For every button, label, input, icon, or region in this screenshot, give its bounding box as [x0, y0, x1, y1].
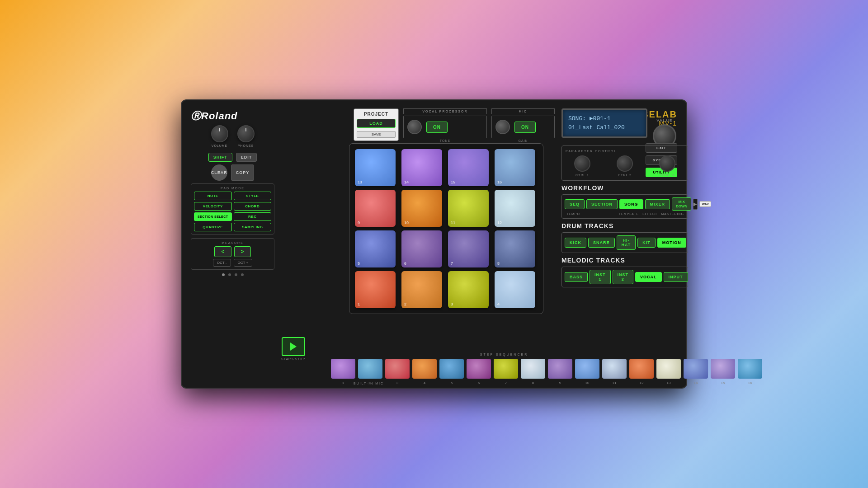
pad-6[interactable]: 6 [401, 230, 442, 267]
dot-4 [241, 273, 244, 276]
wav-button[interactable]: WAV [699, 201, 711, 207]
measure-section: MEASURE < > OCT - OCT + [191, 238, 274, 270]
shift-button[interactable]: SHIFT [208, 153, 232, 162]
pad-1[interactable]: 1 [355, 271, 396, 308]
song-button[interactable]: SONG [619, 199, 643, 209]
kit-button[interactable]: KIT [637, 238, 656, 248]
pad-11[interactable]: 11 [448, 190, 489, 227]
copy-button[interactable]: COPY [231, 164, 255, 181]
param-control-label: PARAMETER CONTROL [566, 150, 684, 153]
vocal-on-button[interactable]: ON [426, 122, 448, 133]
step-pad-9[interactable] [548, 359, 572, 379]
step-pad-2[interactable] [358, 359, 382, 379]
inst2-button[interactable]: INST 2 [613, 270, 634, 284]
kick-button[interactable]: KICK [565, 238, 586, 248]
step-pad-12[interactable] [629, 359, 654, 379]
oct-minus-button[interactable]: OCT - [213, 259, 231, 267]
edit-button[interactable]: EDIT [236, 153, 257, 162]
section-button[interactable]: SECTION [586, 199, 618, 209]
pad-16[interactable]: 16 [495, 149, 535, 186]
step-pad-4[interactable] [412, 359, 437, 379]
ctrl1-knob[interactable] [574, 155, 590, 172]
input-button[interactable]: INPUT [664, 272, 688, 282]
phones-label: PHONES [237, 144, 255, 147]
built-in-mic-label: BUILT-IN MIC [354, 382, 384, 385]
start-stop-button[interactable] [282, 337, 305, 356]
step-sequencer-label: STEP SEQUENCER [331, 353, 677, 356]
step-pad-6[interactable] [467, 359, 491, 379]
dot-3 [235, 273, 237, 276]
pad-14[interactable]: 14 [401, 149, 442, 186]
step-pad-1[interactable] [331, 359, 355, 379]
phones-knob[interactable] [237, 125, 255, 142]
workflow-title: WORKFLOW [561, 184, 688, 192]
pad-12[interactable]: 12 [495, 190, 535, 227]
pad-10[interactable]: 10 [401, 190, 442, 227]
step-pad-14[interactable] [684, 359, 708, 379]
parameter-control-section: PARAMETER CONTROL CTRL 1 CTRL 2 CTRL 3 W… [561, 145, 688, 287]
vocal-button[interactable]: VOCAL [635, 272, 662, 282]
ctrl3-knob[interactable] [659, 155, 675, 172]
step-pad-3[interactable] [385, 359, 410, 379]
pad-2[interactable]: 2 [401, 271, 442, 308]
step-pad-8[interactable] [521, 359, 545, 379]
gain-knob[interactable] [495, 120, 510, 134]
pad-13[interactable]: 13 [355, 149, 396, 186]
pad-8[interactable]: 8 [495, 230, 535, 267]
tone-knob[interactable] [407, 120, 422, 134]
step-pad-11[interactable] [602, 359, 627, 379]
snare-button[interactable]: SNARE [588, 238, 615, 248]
style-button[interactable]: STYLE [234, 192, 272, 200]
step-pad-13[interactable] [656, 359, 681, 379]
pad-3[interactable]: 3 [448, 271, 489, 308]
mixer-button[interactable]: MIXER [645, 199, 670, 209]
note-button[interactable]: NOTE [194, 192, 232, 200]
step-pads-row: 1 2 3 4 5 6 7 8 9 10 11 12 13 14 15 16 [331, 359, 677, 379]
pad-5[interactable]: 5 [355, 230, 396, 267]
quantize-button[interactable]: QUANTIZE [194, 223, 232, 231]
mic-on-button[interactable]: ON [514, 122, 536, 133]
mixdown-button[interactable]: MIXDOWN [672, 197, 691, 211]
rec-button[interactable]: REC [234, 212, 272, 221]
pad-mode-label: PAD MODE [194, 187, 271, 190]
measure-next-button[interactable]: > [234, 246, 251, 257]
pad-7[interactable]: 7 [448, 230, 489, 267]
step-pad-16[interactable] [738, 359, 762, 379]
play-button[interactable]: ▶ [693, 199, 698, 210]
pad-4[interactable]: 4 [495, 271, 535, 308]
volume-label: VOLUME [211, 144, 228, 147]
load-button[interactable]: LOAD [357, 119, 396, 128]
inst1-button[interactable]: INST 1 [590, 270, 611, 284]
motion-button[interactable]: MOTION [657, 238, 686, 248]
lcd-line2: 01_Last Call_020 [568, 123, 641, 132]
lcd-line1: SONG: ►001-1 [568, 114, 641, 123]
step-pad-10[interactable] [575, 359, 599, 379]
seq-button[interactable]: SEQ [565, 199, 585, 209]
ctrl3-label: CTRL 3 [659, 174, 675, 177]
section-select-button[interactable]: SECTION SELECT [194, 212, 232, 221]
step-pad-15[interactable] [711, 359, 735, 379]
step-pad-7[interactable] [494, 359, 518, 379]
roland-logo: ⓇRoland [191, 109, 238, 123]
pad-15[interactable]: 15 [448, 149, 489, 186]
measure-prev-button[interactable]: < [214, 246, 231, 257]
hihat-button[interactable]: HI-HAT [617, 235, 636, 250]
pad-9[interactable]: 9 [355, 190, 396, 227]
tone-label: TONE [403, 139, 487, 142]
chord-button[interactable]: CHORD [234, 202, 272, 211]
oct-plus-button[interactable]: OCT + [234, 259, 253, 267]
step-sequencer: STEP SEQUENCER 1 2 3 4 5 6 7 8 9 10 11 1… [331, 353, 677, 379]
pads-grid: 13 14 15 16 9 10 11 12 5 6 7 8 1 2 3 4 [355, 149, 538, 308]
velocity-button[interactable]: VELOCITY [194, 202, 232, 211]
dot-1 [222, 273, 225, 276]
clear-button[interactable]: CLEAR [211, 164, 227, 181]
volume-knob[interactable] [211, 125, 228, 142]
mic-section: MIC ON GAIN [491, 108, 555, 142]
sampling-button[interactable]: SAMPLING [234, 223, 272, 231]
ctrl2-knob[interactable] [617, 155, 633, 172]
vocal-processor-label: VOCAL PROCESSOR [403, 108, 487, 114]
bass-button[interactable]: BASS [565, 272, 588, 282]
save-button[interactable]: SAVE [357, 131, 396, 138]
step-pad-5[interactable] [439, 359, 464, 379]
tempo-label: TEMPO [566, 212, 581, 216]
